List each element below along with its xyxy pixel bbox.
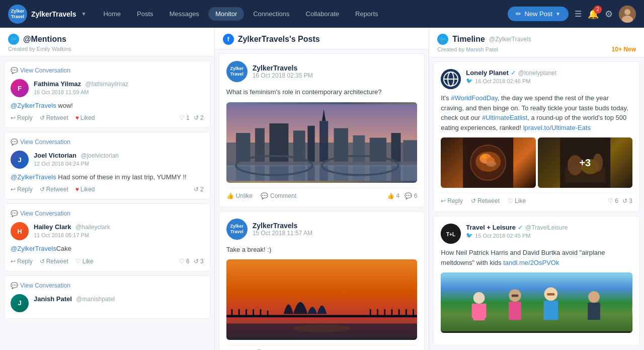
mention-link-2[interactable]: @ZylkerTravels: [11, 173, 56, 181]
verified-icon-1: ✓: [511, 69, 516, 77]
rt-count-3: ↺ 3: [194, 258, 204, 265]
svg-rect-35: [384, 309, 385, 317]
new-count-badge: 10+ New: [612, 46, 636, 53]
brand-icon: ZylkerTravel: [8, 5, 27, 24]
main-content: 🐦 @Mentions Created by Emily Watkins 💬 V…: [0, 28, 644, 350]
twitter-icon: 🐦: [8, 34, 19, 45]
timeline-header: 🐦 Timeline @ZylkerTravels Created by Man…: [429, 28, 644, 57]
svg-rect-69: [512, 295, 518, 297]
view-conversation-3[interactable]: 💬 View Conversation: [11, 210, 204, 217]
svg-point-1: [624, 9, 630, 15]
retweet-btn-tl-1[interactable]: ↺ Retweet: [471, 197, 500, 204]
tl-text-1: It's #WorldFoodDay, the day we spend the…: [441, 93, 632, 132]
mention-link-1[interactable]: @ZylkerTravels: [11, 102, 56, 109]
notifications-button[interactable]: 🔔 2: [588, 9, 599, 20]
mention-actions-2: ↩ Reply ↺ Retweet ♥ Liked ↺ 2: [11, 186, 204, 193]
nav-monitor[interactable]: Monitor: [208, 7, 244, 21]
svg-rect-68: [588, 303, 600, 320]
reply-button-3[interactable]: ↩ Reply: [11, 258, 33, 265]
user-avatar[interactable]: [619, 6, 636, 23]
settings-button[interactable]: ⚙: [605, 9, 613, 20]
post-avatar-2: ZylkerTravel: [226, 219, 248, 240]
heart-icon: ♥: [75, 114, 79, 121]
svg-rect-27: [231, 309, 232, 317]
brand-logo-button[interactable]: ZylkerTravel ZylkerTravels ▼: [8, 5, 86, 24]
like-count-post-1: 👍 4: [387, 192, 399, 199]
reply-icon: ↩: [11, 114, 16, 121]
like-count-3: ♡ 6: [179, 258, 190, 265]
like-btn-tl-1[interactable]: ♡ Like: [508, 197, 526, 204]
rt-count-2: ↺ 2: [194, 186, 204, 193]
pencil-icon: ✏: [516, 10, 521, 18]
mention-link-3[interactable]: @ZylkerTravels: [11, 245, 56, 252]
timeline-handle: @ZylkerTravels: [489, 36, 531, 43]
comment-icon-1: 💬: [261, 192, 268, 199]
unlike-button-1[interactable]: 👍 Unlike: [226, 192, 253, 199]
svg-rect-39: [413, 309, 414, 317]
post-card-1: ZylkerTravel ZylkerTravels 16 Oct 2018 0…: [219, 53, 425, 207]
avatar-travel-leisure: T+L: [441, 224, 461, 244]
food-image-1: [441, 137, 535, 188]
nav-posts[interactable]: Posts: [130, 7, 160, 21]
post-actions-2: 👍 Like 💬 Comment: [226, 345, 418, 350]
mention-handle-2: @joelvictorian: [80, 152, 119, 159]
mentions-column: 🐦 @Mentions Created by Emily Watkins 💬 V…: [0, 28, 215, 350]
reply-btn-tl-1[interactable]: ↩ Reply: [441, 197, 463, 204]
retweet-button-2[interactable]: ↺ Retweet: [40, 186, 68, 193]
liked-button-2[interactable]: ♥ Liked: [75, 186, 95, 193]
tl-images-1: +3: [441, 137, 632, 188]
retweet-button-1[interactable]: ↺ Retweet: [40, 114, 68, 121]
svg-rect-58: [441, 274, 632, 331]
brand-name: ZylkerTravels: [31, 10, 76, 18]
mention-date-1: 16 Oct 2018 11:59 AM: [34, 89, 204, 95]
svg-rect-33: [369, 309, 371, 317]
new-post-button[interactable]: ✏ New Post ▼: [508, 7, 569, 21]
timeline-subtitle: Created by Manish Patel: [437, 46, 498, 52]
brand-dropdown-arrow: ▼: [82, 11, 87, 17]
tl-link-2[interactable]: tandl.me/2OsPVOk: [503, 259, 559, 266]
liked-button-1[interactable]: ♥ Liked: [75, 114, 95, 121]
svg-point-59: [473, 292, 485, 304]
reply-button-1[interactable]: ↩ Reply: [11, 114, 33, 121]
hashtag-worldfoodday[interactable]: #WorldFoodDay: [451, 94, 498, 102]
rt-count-1: ↺ 2: [194, 114, 204, 121]
menu-button[interactable]: ☰: [575, 9, 582, 19]
svg-rect-70: [547, 293, 555, 296]
verified-icon-2: ✓: [518, 224, 523, 231]
lp-link[interactable]: lpravel.to/Ultimate-Eats: [523, 124, 591, 131]
nav-messages[interactable]: Messages: [163, 7, 206, 21]
mention-handle-4: @manishpatel: [76, 296, 115, 303]
mention-card-4: 💬 View Conversation J Janish Patel @mani…: [4, 275, 210, 319]
hashtag-ultimateeatlist[interactable]: #UltimateEatlist: [482, 114, 527, 121]
svg-rect-30: [253, 309, 254, 317]
svg-rect-25: [226, 323, 418, 337]
nav-reports[interactable]: Reports: [348, 7, 385, 21]
post-image-1: [226, 102, 418, 183]
like-button-3[interactable]: ♡ Like: [75, 258, 94, 265]
view-conversation-2[interactable]: 💬 View Conversation: [11, 138, 204, 146]
rt-count-tl-1: ↺ 3: [622, 197, 632, 204]
retweet-icon-tl1: ↺: [471, 197, 476, 204]
view-conversation-4[interactable]: 💬 View Conversation: [11, 282, 204, 289]
svg-rect-37: [398, 309, 399, 317]
post-avatar-1: ZylkerTravel: [226, 61, 248, 82]
svg-rect-29: [246, 309, 247, 317]
nav-home[interactable]: Home: [96, 7, 128, 21]
mention-actions-3: ↩ Reply ↺ Retweet ♡ Like ♡ 6 ↺ 3: [11, 258, 204, 265]
timeline-card-1: Lonely Planet ✓ @lonelyplanet 🐦 16 Oct 2…: [433, 61, 640, 212]
nav-collaborate[interactable]: Collaborate: [299, 7, 347, 21]
reply-button-2[interactable]: ↩ Reply: [11, 186, 33, 193]
heart-outline-3: ♡: [75, 258, 81, 265]
twitter-small-icon-2: 🐦: [466, 232, 473, 239]
post-name-1: ZylkerTravels: [253, 64, 313, 72]
like-count-1: ♡ 1: [179, 114, 190, 121]
facebook-icon: f: [223, 34, 234, 45]
nav-connections[interactable]: Connections: [246, 7, 296, 21]
view-conversation-1[interactable]: 💬 View Conversation: [11, 67, 204, 74]
retweet-button-3[interactable]: ↺ Retweet: [40, 258, 68, 265]
post-actions-1: 👍 Unlike 💬 Comment 👍 4 💬 6: [226, 188, 418, 199]
tl-name-2: Travel + Leisure: [466, 224, 516, 231]
unlike-icon: 👍: [226, 192, 234, 199]
twitter-icon-timeline: 🐦: [437, 34, 448, 45]
comment-button-1[interactable]: 💬 Comment: [261, 192, 296, 199]
